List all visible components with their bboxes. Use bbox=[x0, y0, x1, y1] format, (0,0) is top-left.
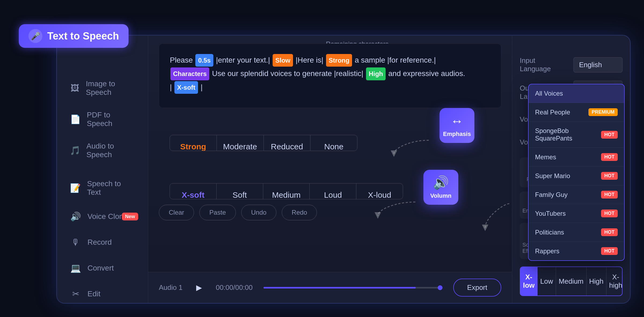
tag-05s[interactable]: 0.5s bbox=[195, 54, 213, 67]
sidebar-label-edit: Edit bbox=[87, 290, 100, 298]
sidebar-label-image-to-speech: Image to Speech bbox=[86, 80, 135, 97]
emphasis-moderate-btn[interactable]: Moderate bbox=[217, 135, 264, 151]
text-display[interactable]: Please 0.5s |enter your text.| Slow |Her… bbox=[159, 44, 501, 108]
sidebar-item-edit[interactable]: ✂ Edit bbox=[60, 282, 145, 304]
volume-soft-btn[interactable]: Soft bbox=[217, 183, 263, 199]
pitch-low-btn[interactable]: Low bbox=[537, 267, 556, 296]
pitch-medium-btn[interactable]: Medium bbox=[556, 267, 586, 296]
text-expressive: and expressive audios. bbox=[388, 69, 465, 78]
convert-icon: 💻 bbox=[70, 262, 82, 274]
voice-type-dropdown[interactable]: All Voices Real People PREMIUM SpongeBob… bbox=[528, 84, 625, 261]
time-display: 00:00/00:00 bbox=[216, 283, 253, 292]
dropdown-family-guy-label: Family Guy bbox=[535, 191, 568, 199]
pitch-options: X-low Low Medium High X-high bbox=[520, 266, 623, 296]
sidebar: 🖼 Image to Speech 📄 PDF to Speech 🎵 Audi… bbox=[57, 35, 148, 303]
dropdown-memes-label: Memes bbox=[535, 153, 556, 161]
progress-thumb bbox=[438, 285, 442, 290]
volume-icon-symbol: 🔊 bbox=[433, 175, 449, 190]
new-badge: New bbox=[122, 213, 138, 221]
input-language-select[interactable]: English bbox=[573, 57, 623, 73]
pitch-arrow bbox=[482, 201, 515, 233]
dropdown-real-people-badge: PREMIUM bbox=[588, 108, 618, 116]
pdf-to-speech-icon: 📄 bbox=[70, 113, 81, 125]
tag-strong[interactable]: Strong bbox=[326, 54, 352, 67]
input-language-row: Input Language English bbox=[520, 56, 623, 73]
pitch-high-btn[interactable]: High bbox=[587, 267, 606, 296]
tag-characters[interactable]: Characters bbox=[170, 67, 209, 80]
dropdown-real-people[interactable]: Real People PREMIUM bbox=[529, 103, 624, 122]
sidebar-item-pdf-to-speech[interactable]: 📄 PDF to Speech bbox=[60, 104, 145, 134]
dropdown-rappers[interactable]: Rappers HOT bbox=[529, 242, 624, 260]
logo-badge[interactable]: 🎤 Text to Speech bbox=[19, 24, 129, 48]
emphasis-icon-symbol: ↔ bbox=[451, 114, 463, 128]
volume-xsoft-btn[interactable]: X-soft bbox=[170, 183, 217, 199]
dropdown-youtubers-label: YouTubers bbox=[535, 210, 566, 217]
dropdown-rappers-label: Rappers bbox=[535, 247, 559, 255]
image-to-speech-icon: 🖼 bbox=[70, 82, 80, 94]
emphasis-reduced-btn[interactable]: Reduced bbox=[264, 135, 311, 151]
emphasis-strong-btn[interactable]: Strong bbox=[170, 135, 217, 151]
clear-button[interactable]: Clear bbox=[159, 205, 194, 220]
volume-xloud-btn[interactable]: X-loud bbox=[356, 183, 403, 199]
sidebar-item-voice-clone[interactable]: 🔊 Voice Clone New bbox=[60, 204, 145, 229]
volume-options: X-soft Soft Medium Loud X-loud bbox=[170, 183, 403, 199]
volume-loud-btn[interactable]: Loud bbox=[310, 183, 356, 199]
dropdown-politicians-badge: HOT bbox=[601, 228, 618, 236]
text-pipe-end: | bbox=[201, 83, 203, 91]
sidebar-item-speech-to-text[interactable]: 📝 Speech to Text bbox=[60, 173, 145, 203]
dropdown-spongebob-label: SpongeBob SquarePants bbox=[535, 127, 601, 142]
editor-toolbar: Clear Paste Undo Redo bbox=[159, 205, 501, 223]
tag-xsoft[interactable]: X-soft bbox=[174, 81, 198, 94]
dropdown-memes[interactable]: Memes HOT bbox=[529, 148, 624, 167]
volume-arrow bbox=[372, 199, 431, 221]
dropdown-super-mario-badge: HOT bbox=[601, 172, 618, 180]
dropdown-super-mario-label: Super Mario bbox=[535, 172, 570, 180]
export-button[interactable]: Export bbox=[453, 279, 501, 297]
dropdown-politicians[interactable]: Politicians HOT bbox=[529, 223, 624, 242]
emphasis-arrow bbox=[389, 138, 442, 159]
paste-button[interactable]: Paste bbox=[199, 205, 236, 220]
dropdown-family-guy[interactable]: Family Guy HOT bbox=[529, 185, 624, 204]
pitch-xlow-btn[interactable]: X-low bbox=[520, 267, 537, 296]
play-button[interactable]: ▶ bbox=[193, 282, 205, 294]
pitch-xhigh-btn[interactable]: X-high bbox=[606, 267, 623, 296]
sidebar-item-audio-to-speech[interactable]: 🎵 Audio to Speech bbox=[60, 135, 145, 165]
dropdown-youtubers[interactable]: YouTubers HOT bbox=[529, 204, 624, 223]
volume-medium-btn[interactable]: Medium bbox=[263, 183, 310, 199]
dropdown-all-voices-label: All Voices bbox=[535, 90, 563, 97]
voice-clone-icon: 🔊 bbox=[70, 211, 82, 222]
emphasis-float-icon[interactable]: ↔ Emphasis bbox=[440, 108, 474, 143]
sidebar-item-image-to-speech[interactable]: 🖼 Image to Speech bbox=[60, 73, 145, 103]
sidebar-label-audio-to-speech: Audio to Speech bbox=[86, 142, 135, 159]
audio-to-speech-icon: 🎵 bbox=[70, 145, 80, 156]
sidebar-label-pdf-to-speech: PDF to Speech bbox=[87, 111, 135, 128]
undo-button[interactable]: Undo bbox=[241, 205, 276, 220]
main-area: Remaining characters Please 0.5s |enter … bbox=[148, 35, 512, 303]
tag-high[interactable]: High bbox=[366, 67, 386, 80]
text-pipe-start: | bbox=[170, 83, 174, 91]
text-sample: a sample |for reference.| bbox=[355, 56, 436, 64]
dropdown-real-people-label: Real People bbox=[535, 109, 570, 116]
app-container: 🖼 Image to Speech 📄 PDF to Speech 🎵 Audi… bbox=[56, 35, 631, 304]
emphasis-float-container: ↔ Emphasis bbox=[440, 108, 474, 143]
audio-player: Audio 1 ▶ 00:00/00:00 Export bbox=[148, 272, 512, 303]
logo-icon: 🎤 bbox=[28, 29, 42, 43]
sidebar-item-record[interactable]: 🎙 Record bbox=[60, 230, 145, 255]
dropdown-all-voices[interactable]: All Voices bbox=[529, 84, 624, 103]
dropdown-rappers-badge: HOT bbox=[601, 247, 618, 255]
text-please: Please bbox=[170, 56, 195, 64]
sidebar-item-convert[interactable]: 💻 Convert bbox=[60, 256, 145, 280]
text-voices: Use our splendid voices to generate |rea… bbox=[212, 69, 365, 78]
redo-button[interactable]: Redo bbox=[282, 205, 317, 220]
editor-panel: Please 0.5s |enter your text.| Slow |Her… bbox=[148, 35, 512, 272]
sidebar-label-convert: Convert bbox=[87, 264, 114, 272]
dropdown-politicians-label: Politicians bbox=[535, 229, 564, 236]
emphasis-none-btn[interactable]: None bbox=[310, 135, 357, 151]
tag-slow[interactable]: Slow bbox=[273, 54, 293, 67]
dropdown-super-mario[interactable]: Super Mario HOT bbox=[529, 167, 624, 185]
sidebar-label-record: Record bbox=[87, 238, 112, 247]
dropdown-spongebob[interactable]: SpongeBob SquarePants HOT bbox=[529, 122, 624, 148]
record-icon: 🎙 bbox=[70, 236, 82, 248]
progress-bar[interactable] bbox=[264, 287, 442, 289]
dropdown-spongebob-badge: HOT bbox=[601, 131, 618, 139]
